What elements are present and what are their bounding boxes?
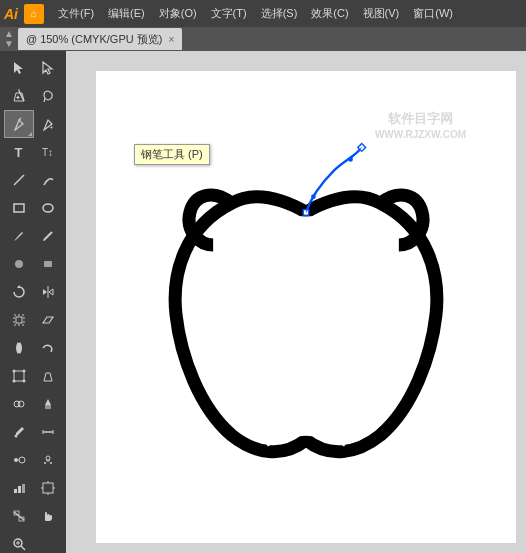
tab-label: @ 150% (CMYK/GPU 预览) [26,32,162,47]
svg-point-26 [22,380,25,383]
svg-point-24 [22,370,25,373]
add-anchor-tool[interactable]: + [34,111,62,137]
svg-rect-19 [16,317,22,323]
warp-tool[interactable] [34,335,62,361]
blend-tool[interactable] [5,447,33,473]
svg-point-40 [50,462,52,464]
svg-rect-9 [14,204,24,212]
svg-point-35 [14,458,18,462]
magic-wand-tool[interactable]: ✦ [5,83,33,109]
menu-window[interactable]: 窗口(W) [407,4,459,23]
menu-object[interactable]: 对象(O) [153,4,203,23]
svg-text:✦: ✦ [15,94,21,101]
svg-rect-42 [18,486,21,493]
tool-row-selection [5,55,62,81]
svg-point-59 [311,194,316,199]
lasso-tool[interactable] [34,83,62,109]
tab-bar: ▲▼ @ 150% (CMYK/GPU 预览) × [0,27,526,51]
touch-type-tool[interactable]: T↕ [34,139,62,165]
free-transform-tool[interactable] [5,363,33,389]
artboard-tool[interactable] [34,475,62,501]
shape-builder-tool[interactable] [5,391,33,417]
tool-row-eyedropper [5,419,62,445]
scale-tool[interactable] [5,307,33,333]
tool-row-line [5,167,62,193]
tool-row-wand: ✦ [5,83,62,109]
eyedropper-tool[interactable] [5,419,33,445]
line-segment-tool[interactable] [5,167,33,193]
menu-bar: Ai ⌂ 文件(F) 编辑(E) 对象(O) 文字(T) 选择(S) 效果(C)… [0,0,526,27]
svg-point-38 [46,456,50,460]
app-logo: Ai [4,6,18,22]
symbol-sprayer-tool[interactable] [34,447,62,473]
tool-row-blob [5,251,62,277]
blob-brush-tool[interactable] [5,251,33,277]
svg-point-31 [14,435,17,438]
menu-file[interactable]: 文件(F) [52,4,100,23]
active-tab[interactable]: @ 150% (CMYK/GPU 预览) × [18,28,182,50]
tool-row-rotate [5,279,62,305]
slice-tool[interactable] [5,503,33,529]
svg-point-13 [15,260,23,268]
svg-point-23 [12,370,15,373]
svg-point-61 [348,157,353,162]
svg-line-11 [44,232,52,240]
pen-tool-tooltip: 钢笔工具 (P) [134,144,210,165]
tool-row-zoom [5,531,62,553]
menu-type[interactable]: 文字(T) [205,4,253,23]
svg-marker-21 [43,317,53,323]
menu-edit[interactable]: 编辑(E) [102,4,151,23]
tool-row-brush [5,223,62,249]
main-layout: ✦ + [0,51,526,553]
svg-point-25 [12,380,15,383]
reflect-tool[interactable] [34,279,62,305]
tooltip-text: 钢笔工具 (P) [141,148,203,160]
pen-tool[interactable] [5,111,33,137]
tool-row-blend [5,447,62,473]
svg-rect-44 [43,483,53,493]
left-toolbar: ✦ + [0,51,66,553]
home-button[interactable]: ⌂ [24,4,44,24]
width-tool[interactable] [5,335,33,361]
tool-row-graph [5,475,62,501]
svg-text:+: + [49,123,54,131]
tool-row-pen: + [5,111,62,137]
menu-view[interactable]: 视图(V) [357,4,406,23]
svg-rect-43 [22,484,25,493]
hand-tool[interactable] [34,503,62,529]
live-paint-tool[interactable] [34,391,62,417]
svg-rect-30 [45,405,51,409]
perspective-tool[interactable] [34,363,62,389]
svg-point-39 [44,462,46,464]
svg-point-29 [18,401,24,407]
direct-selection-tool[interactable] [34,55,62,81]
tool-row-width [5,335,62,361]
selection-tool[interactable] [5,55,33,81]
eraser-tool[interactable] [34,251,62,277]
arc-tool[interactable] [34,167,62,193]
column-graph-tool[interactable] [5,475,33,501]
menu-effect[interactable]: 效果(C) [305,4,354,23]
svg-line-60 [351,147,362,159]
svg-line-6 [44,98,45,102]
shear-tool[interactable] [34,307,62,333]
measure-tool[interactable] [34,419,62,445]
menu-select[interactable]: 选择(S) [255,4,304,23]
svg-line-53 [21,546,25,550]
tool-row-shapebuilder [5,391,62,417]
canvas-background: 软件目字网 WWW.RJZXW.COM [96,71,516,543]
zoom-tool[interactable] [5,531,33,553]
svg-point-10 [43,204,53,212]
rotate-tool[interactable] [5,279,33,305]
type-tool[interactable]: T [5,139,33,165]
rectangle-tool[interactable] [5,195,33,221]
ellipse-tool[interactable] [34,195,62,221]
pencil-tool[interactable] [34,223,62,249]
svg-marker-17 [43,289,47,295]
canvas-area[interactable]: 软件目字网 WWW.RJZXW.COM [66,51,526,553]
paintbrush-tool[interactable] [5,223,33,249]
tab-scroll-arrows[interactable]: ▲▼ [4,29,14,49]
empty-slot [34,531,62,553]
tab-close-button[interactable]: × [168,34,174,45]
tool-row-scale [5,307,62,333]
